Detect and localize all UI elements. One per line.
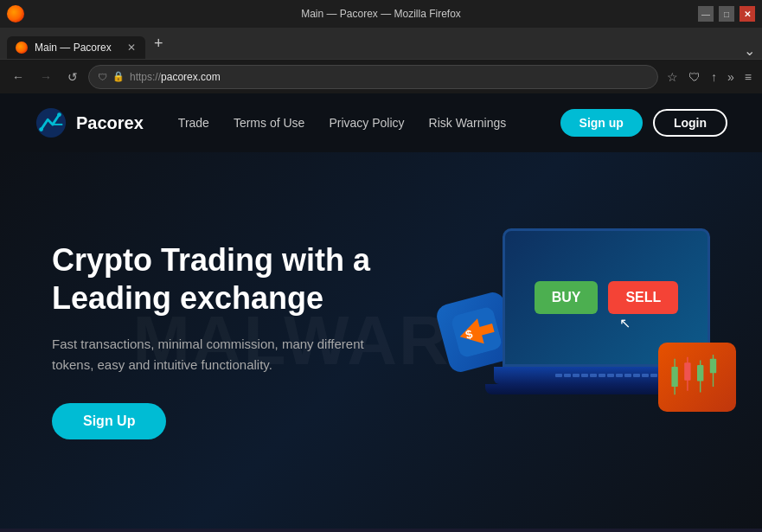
nav-link-privacy[interactable]: Privacy Policy xyxy=(329,116,404,130)
site-nav-buttons: Sign up Login xyxy=(560,109,727,137)
url-display: https://pacorex.com xyxy=(130,71,649,83)
dollar-arrow-icon: $ xyxy=(450,305,503,358)
active-tab[interactable]: Main — Pacorex ✕ xyxy=(7,36,145,59)
tab-favicon xyxy=(16,42,28,54)
site-logo[interactable]: Pacorex xyxy=(35,106,144,139)
site-content: Pacorex Trade Terms of Use Privacy Polic… xyxy=(0,93,762,529)
keyboard-row xyxy=(555,374,657,377)
laptop-container: BUY SELL ↖ xyxy=(503,228,727,394)
lock-icon: 🔒 xyxy=(112,71,125,82)
key xyxy=(564,374,571,377)
nav-link-trade[interactable]: Trade xyxy=(178,116,209,130)
logo-icon xyxy=(35,106,67,139)
key xyxy=(599,374,605,377)
svg-point-2 xyxy=(57,112,61,117)
key xyxy=(555,374,562,377)
shield-icon: 🛡 xyxy=(98,72,107,82)
hero-subtitle: Fast transactions, minimal commission, m… xyxy=(52,334,381,375)
close-button[interactable]: ✕ xyxy=(740,6,755,22)
sell-button[interactable]: SELL xyxy=(608,281,678,314)
svg-rect-11 xyxy=(697,365,703,381)
window-title: Main — Pacorex — Mozilla Firefox xyxy=(301,8,461,20)
tab-label: Main — Pacorex xyxy=(35,42,112,54)
site-nav-links: Trade Terms of Use Privacy Policy Risk W… xyxy=(178,116,560,130)
url-domain: pacorex.com xyxy=(161,71,221,83)
window-controls: — □ ✕ xyxy=(698,6,755,22)
share-button[interactable]: ↑ xyxy=(708,67,720,87)
tab-bar: Main — Pacorex ✕ + ⌄ xyxy=(0,28,762,59)
address-bar[interactable]: 🛡 🔒 https://pacorex.com xyxy=(88,65,658,89)
forward-button[interactable]: → xyxy=(35,67,57,87)
site-navbar: Pacorex Trade Terms of Use Privacy Polic… xyxy=(0,93,762,152)
extensions-button[interactable]: » xyxy=(724,67,738,87)
key xyxy=(590,374,597,377)
key xyxy=(607,374,614,377)
navigation-bar: ← → ↺ 🛡 🔒 https://pacorex.com ☆ 🛡 ↑ » ≡ xyxy=(0,59,762,93)
nav-login-button[interactable]: Login xyxy=(653,109,727,137)
url-https: https:// xyxy=(130,71,161,83)
key xyxy=(650,374,657,377)
hero-signup-button[interactable]: Sign Up xyxy=(52,403,166,439)
nav-right-icons: ☆ 🛡 ↑ » ≡ xyxy=(663,67,755,87)
menu-button[interactable]: ≡ xyxy=(741,67,755,87)
title-bar: Main — Pacorex — Mozilla Firefox — □ ✕ xyxy=(0,0,762,28)
hero-title: Crypto Trading with a Leading exchange xyxy=(52,241,450,316)
refresh-button[interactable]: ↺ xyxy=(62,67,83,87)
hero-content: Crypto Trading with a Leading exchange F… xyxy=(52,241,450,439)
new-tab-button[interactable]: + xyxy=(145,28,172,59)
candlestick-chart xyxy=(665,349,729,405)
hero-section: MALWARE.COM Crypto Trading with a Leadin… xyxy=(0,152,762,529)
candlestick-card xyxy=(658,343,736,412)
svg-rect-7 xyxy=(671,366,677,386)
key xyxy=(616,374,623,377)
svg-rect-13 xyxy=(710,358,716,373)
key xyxy=(581,374,588,377)
tab-close-button[interactable]: ✕ xyxy=(125,41,138,54)
shield-button[interactable]: 🛡 xyxy=(685,67,704,87)
minimize-button[interactable]: — xyxy=(698,6,714,22)
svg-point-1 xyxy=(39,127,43,131)
nav-link-risk[interactable]: Risk Warnings xyxy=(429,116,507,130)
back-button[interactable]: ← xyxy=(7,67,29,87)
browser-chrome: Main — Pacorex — Mozilla Firefox — □ ✕ M… xyxy=(0,0,762,93)
nav-signup-button[interactable]: Sign up xyxy=(560,109,643,137)
cursor-icon: ↖ xyxy=(619,315,631,331)
bookmark-button[interactable]: ☆ xyxy=(663,67,682,87)
firefox-icon xyxy=(7,5,24,22)
maximize-button[interactable]: □ xyxy=(719,6,734,22)
nav-link-terms[interactable]: Terms of Use xyxy=(234,116,304,130)
key xyxy=(633,374,640,377)
tab-dropdown-button[interactable]: ⌄ xyxy=(744,42,755,59)
key xyxy=(642,374,649,377)
logo-text: Pacorex xyxy=(76,113,144,133)
svg-rect-9 xyxy=(684,362,690,380)
key xyxy=(573,374,580,377)
buy-button[interactable]: BUY xyxy=(535,281,599,314)
hero-illustration: $ BUY SELL ↖ xyxy=(433,194,727,488)
key xyxy=(624,374,631,377)
